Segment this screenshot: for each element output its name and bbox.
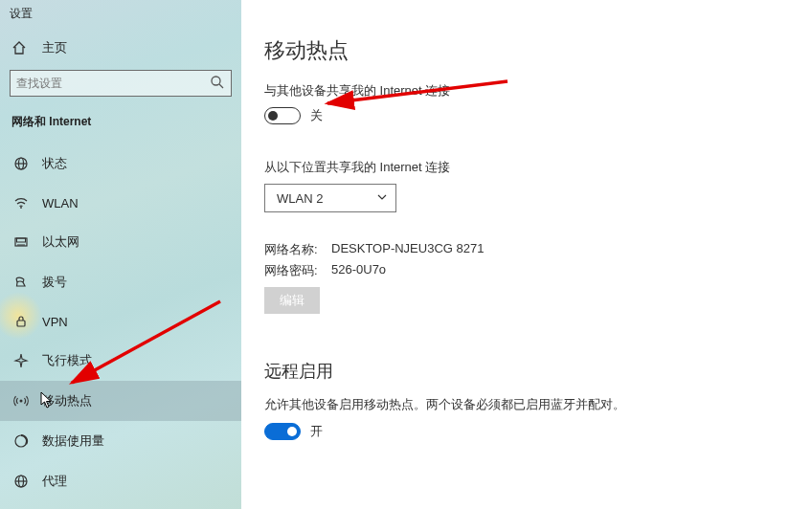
proxy-icon [11, 474, 31, 489]
sidebar-item-wlan[interactable]: WLAN [0, 184, 241, 222]
sidebar-label: 移动热点 [42, 392, 92, 409]
sidebar-item-status[interactable]: 状态 [0, 144, 241, 184]
svg-rect-7 [17, 238, 26, 242]
sidebar-item-dialup[interactable]: 拨号 [0, 262, 241, 302]
search-container [10, 70, 232, 97]
sidebar-label: WLAN [42, 196, 79, 210]
remote-title: 远程启用 [264, 360, 812, 383]
airplane-icon [11, 353, 31, 368]
network-name-label: 网络名称: [264, 241, 331, 258]
sidebar-label: VPN [42, 315, 68, 329]
svg-rect-12 [17, 321, 25, 326]
search-icon [209, 74, 226, 91]
search-input[interactable] [10, 70, 232, 97]
svg-point-13 [20, 400, 23, 403]
sidebar-label: 数据使用量 [42, 432, 104, 450]
sidebar-item-airplane[interactable]: 飞行模式 [0, 341, 241, 381]
sidebar-item-vpn[interactable]: VPN [0, 302, 241, 341]
ethernet-icon [11, 234, 31, 250]
sidebar-label: 状态 [42, 155, 67, 172]
hotspot-icon [11, 393, 31, 409]
network-name-row: 网络名称: DESKTOP-NJEU3CG 8271 [264, 241, 812, 258]
share-toggle-row: 关 [264, 107, 812, 124]
share-from-label: 从以下位置共享我的 Internet 连接 [264, 159, 812, 176]
sidebar-item-datausage[interactable]: 数据使用量 [0, 421, 241, 461]
home-icon [11, 40, 29, 55]
app-title: 设置 [0, 0, 241, 26]
share-from-value: WLAN 2 [277, 191, 323, 206]
svg-point-0 [212, 77, 220, 85]
sidebar-label: 拨号 [42, 274, 67, 291]
datausage-icon [11, 433, 31, 449]
dialup-icon [11, 275, 31, 290]
chevron-down-icon [376, 191, 388, 206]
share-from-select[interactable]: WLAN 2 [264, 184, 396, 212]
share-toggle-state: 关 [310, 107, 323, 124]
globe-icon [11, 156, 31, 171]
home-label: 主页 [42, 39, 67, 56]
sidebar-label: 以太网 [42, 233, 79, 251]
remote-toggle-row: 开 [264, 423, 812, 440]
remote-toggle-state: 开 [310, 423, 323, 440]
remote-toggle[interactable] [264, 423, 301, 440]
network-pass-label: 网络密码: [264, 262, 331, 279]
settings-sidebar: 设置 主页 网络和 Internet 状态 WLAN 以太网 [0, 0, 241, 509]
wifi-icon [11, 195, 31, 210]
network-pass-value: 526-0U7o [331, 262, 386, 279]
network-pass-row: 网络密码: 526-0U7o [264, 262, 812, 279]
remote-desc: 允许其他设备启用移动热点。两个设备必须都已启用蓝牙并配对。 [264, 396, 812, 413]
sidebar-label: 飞行模式 [42, 352, 92, 369]
remote-section: 远程启用 允许其他设备启用移动热点。两个设备必须都已启用蓝牙并配对。 开 [264, 360, 812, 440]
svg-line-1 [219, 84, 223, 88]
sidebar-item-proxy[interactable]: 代理 [0, 461, 241, 501]
sidebar-item-ethernet[interactable]: 以太网 [0, 222, 241, 262]
sidebar-label: 代理 [42, 473, 67, 490]
sidebar-category: 网络和 Internet [0, 110, 241, 144]
share-label: 与其他设备共享我的 Internet 连接 [264, 82, 812, 100]
network-name-value: DESKTOP-NJEU3CG 8271 [331, 241, 484, 258]
edit-button[interactable]: 编辑 [264, 287, 320, 314]
vpn-icon [11, 314, 31, 329]
sidebar-item-hotspot[interactable]: 移动热点 [0, 381, 241, 421]
main-content: 移动热点 与其他设备共享我的 Internet 连接 关 从以下位置共享我的 I… [241, 0, 812, 440]
svg-point-5 [20, 207, 22, 209]
page-title: 移动热点 [264, 36, 812, 65]
share-toggle[interactable] [264, 107, 301, 124]
sidebar-item-home[interactable]: 主页 [0, 26, 241, 70]
